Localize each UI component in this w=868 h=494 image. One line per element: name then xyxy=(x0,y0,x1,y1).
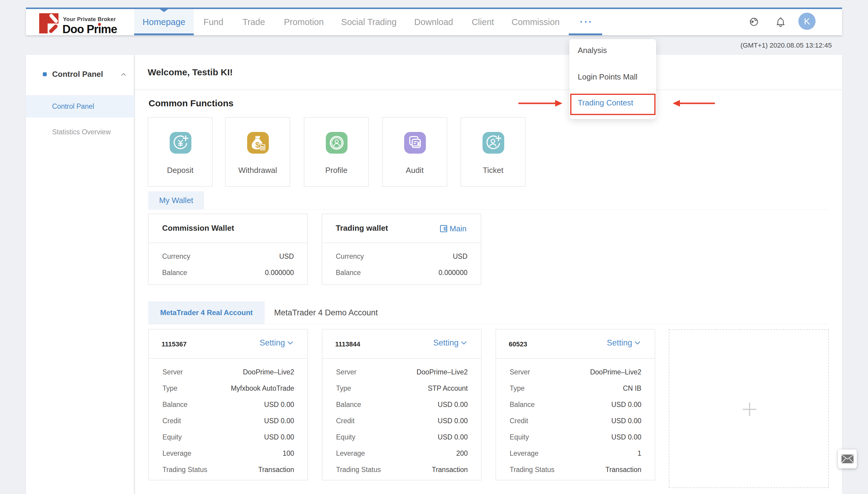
svg-text:Your Private Broker: Your Private Broker xyxy=(63,16,116,22)
svg-text:Doo Prıme: Doo Prıme xyxy=(62,23,117,35)
svg-text:$: $ xyxy=(255,140,260,149)
